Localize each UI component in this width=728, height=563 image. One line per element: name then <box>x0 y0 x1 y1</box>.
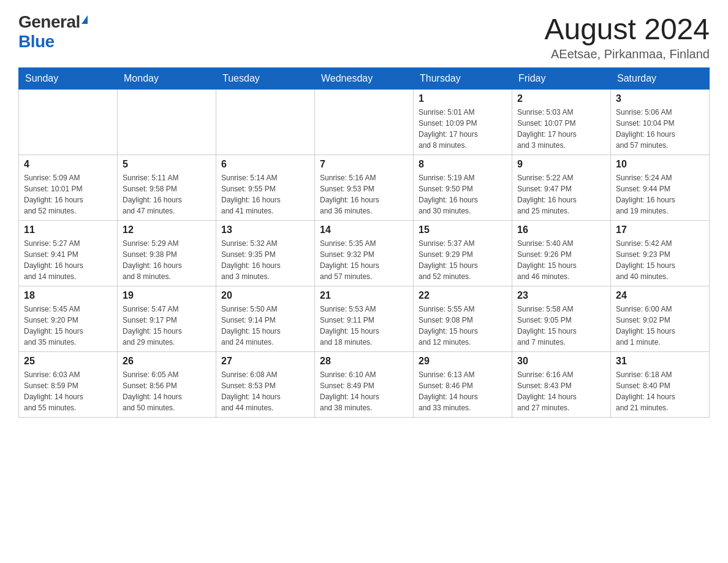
day-info: Sunrise: 5:50 AM Sunset: 9:14 PM Dayligh… <box>221 304 309 348</box>
calendar-cell: 1Sunrise: 5:01 AM Sunset: 10:09 PM Dayli… <box>414 90 512 155</box>
day-info: Sunrise: 6:05 AM Sunset: 8:56 PM Dayligh… <box>123 369 211 413</box>
calendar-cell <box>315 90 414 155</box>
calendar-cell: 6Sunrise: 5:14 AM Sunset: 9:55 PM Daylig… <box>216 155 315 221</box>
day-info: Sunrise: 5:16 AM Sunset: 9:53 PM Dayligh… <box>320 172 408 216</box>
day-number: 10 <box>616 159 704 170</box>
day-info: Sunrise: 6:13 AM Sunset: 8:46 PM Dayligh… <box>419 369 507 413</box>
calendar-week-2: 4Sunrise: 5:09 AM Sunset: 10:01 PM Dayli… <box>19 155 710 221</box>
day-info: Sunrise: 5:19 AM Sunset: 9:50 PM Dayligh… <box>419 172 507 216</box>
day-number: 14 <box>320 224 408 236</box>
day-info: Sunrise: 5:06 AM Sunset: 10:04 PM Daylig… <box>616 107 704 151</box>
day-info: Sunrise: 5:22 AM Sunset: 9:47 PM Dayligh… <box>517 172 605 216</box>
calendar-cell: 22Sunrise: 5:55 AM Sunset: 9:08 PM Dayli… <box>414 286 512 352</box>
day-info: Sunrise: 5:32 AM Sunset: 9:35 PM Dayligh… <box>221 238 309 282</box>
day-number: 26 <box>123 356 211 367</box>
calendar-table: SundayMondayTuesdayWednesdayThursdayFrid… <box>18 67 710 418</box>
month-title: August 2024 <box>544 12 710 46</box>
day-number: 8 <box>419 159 507 170</box>
calendar-cell: 5Sunrise: 5:11 AM Sunset: 9:58 PM Daylig… <box>118 155 216 221</box>
calendar-cell: 11Sunrise: 5:27 AM Sunset: 9:41 PM Dayli… <box>19 221 118 286</box>
day-info: Sunrise: 6:16 AM Sunset: 8:43 PM Dayligh… <box>517 369 605 413</box>
calendar-cell: 27Sunrise: 6:08 AM Sunset: 8:53 PM Dayli… <box>216 352 315 418</box>
day-number: 17 <box>616 224 704 236</box>
day-info: Sunrise: 5:47 AM Sunset: 9:17 PM Dayligh… <box>123 304 211 348</box>
day-number: 24 <box>616 290 704 301</box>
calendar-header-tuesday: Tuesday <box>216 68 315 90</box>
calendar-cell: 2Sunrise: 5:03 AM Sunset: 10:07 PM Dayli… <box>512 90 611 155</box>
day-number: 30 <box>517 356 605 367</box>
logo-arrow-icon <box>82 15 88 24</box>
calendar-cell <box>19 90 118 155</box>
day-number: 23 <box>517 290 605 301</box>
calendar-cell: 8Sunrise: 5:19 AM Sunset: 9:50 PM Daylig… <box>414 155 512 221</box>
page-header: General Blue August 2024 AEetsae, Pirkan… <box>18 12 710 61</box>
calendar-week-4: 18Sunrise: 5:45 AM Sunset: 9:20 PM Dayli… <box>19 286 710 352</box>
calendar-cell: 31Sunrise: 6:18 AM Sunset: 8:40 PM Dayli… <box>611 352 710 418</box>
calendar-cell: 4Sunrise: 5:09 AM Sunset: 10:01 PM Dayli… <box>19 155 118 221</box>
calendar-cell: 3Sunrise: 5:06 AM Sunset: 10:04 PM Dayli… <box>611 90 710 155</box>
calendar-cell: 10Sunrise: 5:24 AM Sunset: 9:44 PM Dayli… <box>611 155 710 221</box>
day-number: 11 <box>24 224 112 236</box>
calendar-header-sunday: Sunday <box>19 68 118 90</box>
logo: General Blue <box>18 12 88 52</box>
calendar-cell: 16Sunrise: 5:40 AM Sunset: 9:26 PM Dayli… <box>512 221 611 286</box>
day-info: Sunrise: 6:18 AM Sunset: 8:40 PM Dayligh… <box>616 369 704 413</box>
day-number: 9 <box>517 159 605 170</box>
calendar-cell: 24Sunrise: 6:00 AM Sunset: 9:02 PM Dayli… <box>611 286 710 352</box>
day-number: 22 <box>419 290 507 301</box>
calendar-week-5: 25Sunrise: 6:03 AM Sunset: 8:59 PM Dayli… <box>19 352 710 418</box>
day-number: 31 <box>616 356 704 367</box>
calendar-cell: 23Sunrise: 5:58 AM Sunset: 9:05 PM Dayli… <box>512 286 611 352</box>
calendar-header-monday: Monday <box>118 68 216 90</box>
day-number: 6 <box>221 159 309 170</box>
calendar-header-thursday: Thursday <box>414 68 512 90</box>
calendar-header-friday: Friday <box>512 68 611 90</box>
day-info: Sunrise: 5:40 AM Sunset: 9:26 PM Dayligh… <box>517 238 605 282</box>
title-section: August 2024 AEetsae, Pirkanmaa, Finland <box>544 12 710 61</box>
calendar-cell: 30Sunrise: 6:16 AM Sunset: 8:43 PM Dayli… <box>512 352 611 418</box>
day-number: 28 <box>320 356 408 367</box>
day-info: Sunrise: 6:03 AM Sunset: 8:59 PM Dayligh… <box>24 369 112 413</box>
day-info: Sunrise: 5:14 AM Sunset: 9:55 PM Dayligh… <box>221 172 309 216</box>
day-number: 29 <box>419 356 507 367</box>
calendar-header-wednesday: Wednesday <box>315 68 414 90</box>
calendar-cell: 12Sunrise: 5:29 AM Sunset: 9:38 PM Dayli… <box>118 221 216 286</box>
calendar-header-saturday: Saturday <box>611 68 710 90</box>
day-info: Sunrise: 6:00 AM Sunset: 9:02 PM Dayligh… <box>616 304 704 348</box>
day-info: Sunrise: 5:35 AM Sunset: 9:32 PM Dayligh… <box>320 238 408 282</box>
day-info: Sunrise: 5:11 AM Sunset: 9:58 PM Dayligh… <box>123 172 211 216</box>
calendar-cell: 9Sunrise: 5:22 AM Sunset: 9:47 PM Daylig… <box>512 155 611 221</box>
day-number: 7 <box>320 159 408 170</box>
day-info: Sunrise: 5:55 AM Sunset: 9:08 PM Dayligh… <box>419 304 507 348</box>
day-number: 27 <box>221 356 309 367</box>
calendar-cell <box>118 90 216 155</box>
day-number: 13 <box>221 224 309 236</box>
calendar-cell: 19Sunrise: 5:47 AM Sunset: 9:17 PM Dayli… <box>118 286 216 352</box>
day-info: Sunrise: 5:09 AM Sunset: 10:01 PM Daylig… <box>24 172 112 216</box>
day-number: 12 <box>123 224 211 236</box>
day-info: Sunrise: 5:03 AM Sunset: 10:07 PM Daylig… <box>517 107 605 151</box>
calendar-cell: 18Sunrise: 5:45 AM Sunset: 9:20 PM Dayli… <box>19 286 118 352</box>
logo-blue: Blue <box>18 32 55 52</box>
day-number: 15 <box>419 224 507 236</box>
calendar-cell: 21Sunrise: 5:53 AM Sunset: 9:11 PM Dayli… <box>315 286 414 352</box>
day-info: Sunrise: 5:45 AM Sunset: 9:20 PM Dayligh… <box>24 304 112 348</box>
calendar-cell: 26Sunrise: 6:05 AM Sunset: 8:56 PM Dayli… <box>118 352 216 418</box>
calendar-cell: 13Sunrise: 5:32 AM Sunset: 9:35 PM Dayli… <box>216 221 315 286</box>
calendar-cell: 20Sunrise: 5:50 AM Sunset: 9:14 PM Dayli… <box>216 286 315 352</box>
logo-general: General <box>18 12 80 32</box>
day-info: Sunrise: 5:01 AM Sunset: 10:09 PM Daylig… <box>419 107 507 151</box>
calendar-cell: 29Sunrise: 6:13 AM Sunset: 8:46 PM Dayli… <box>414 352 512 418</box>
calendar-cell: 14Sunrise: 5:35 AM Sunset: 9:32 PM Dayli… <box>315 221 414 286</box>
day-number: 2 <box>517 93 605 104</box>
day-info: Sunrise: 5:24 AM Sunset: 9:44 PM Dayligh… <box>616 172 704 216</box>
day-info: Sunrise: 5:53 AM Sunset: 9:11 PM Dayligh… <box>320 304 408 348</box>
calendar-week-3: 11Sunrise: 5:27 AM Sunset: 9:41 PM Dayli… <box>19 221 710 286</box>
day-number: 19 <box>123 290 211 301</box>
calendar-cell: 25Sunrise: 6:03 AM Sunset: 8:59 PM Dayli… <box>19 352 118 418</box>
calendar-cell: 17Sunrise: 5:42 AM Sunset: 9:23 PM Dayli… <box>611 221 710 286</box>
calendar-cell <box>216 90 315 155</box>
calendar-cell: 28Sunrise: 6:10 AM Sunset: 8:49 PM Dayli… <box>315 352 414 418</box>
calendar-header-row: SundayMondayTuesdayWednesdayThursdayFrid… <box>19 68 710 90</box>
calendar-cell: 15Sunrise: 5:37 AM Sunset: 9:29 PM Dayli… <box>414 221 512 286</box>
